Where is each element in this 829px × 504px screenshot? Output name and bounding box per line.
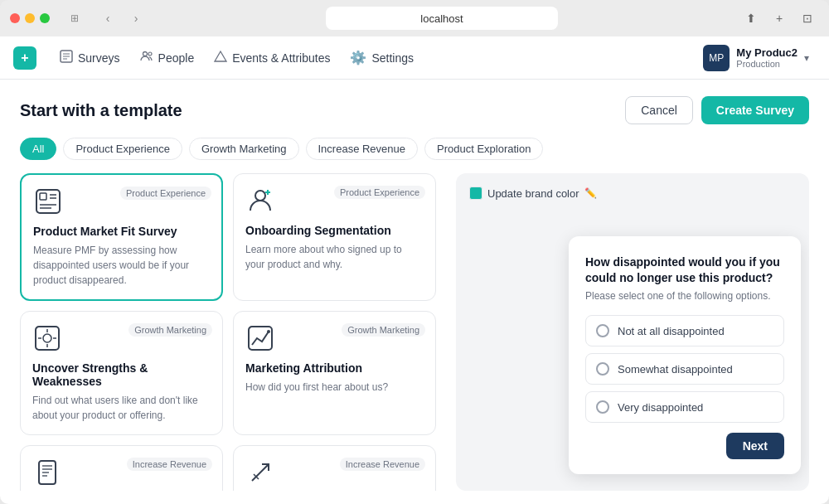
page-header: Start with a template Cancel Create Surv… xyxy=(20,96,809,124)
maximize-button[interactable] xyxy=(40,13,50,23)
option-label-not-at-all: Not at all disappointed xyxy=(618,325,725,337)
template-card-pmf[interactable]: Product Experience xyxy=(20,173,223,301)
tab-growth-marketing[interactable]: Growth Marketing xyxy=(189,138,299,160)
app-chrome: + Surveys People Events & Attributes xyxy=(0,36,829,504)
survey-subtitle: Please select one of the following optio… xyxy=(585,290,784,302)
card-icon-churn xyxy=(32,458,62,487)
chevron-down-icon: ▾ xyxy=(804,52,809,64)
settings-label: Settings xyxy=(371,51,414,65)
close-button[interactable] xyxy=(10,13,20,23)
svg-marker-6 xyxy=(215,51,226,61)
nav-item-people[interactable]: People xyxy=(130,45,205,71)
survey-option-not-at-all[interactable]: Not at all disappointed xyxy=(585,315,784,346)
survey-option-somewhat[interactable]: Somewhat disappointed xyxy=(585,353,784,385)
address-bar-wrap: localhost xyxy=(158,7,726,30)
card-icon-pmf xyxy=(33,187,63,216)
card-category-strengths: Growth Marketing xyxy=(128,323,212,337)
events-label: Events & Attributes xyxy=(232,51,330,65)
brand-color-label: Update brand color xyxy=(487,187,579,200)
nav-item-surveys[interactable]: Surveys xyxy=(50,45,130,71)
radio-somewhat xyxy=(596,362,609,376)
svg-line-29 xyxy=(252,464,269,481)
filter-tabs: All Product Experience Growth Marketing … xyxy=(20,138,809,160)
events-icon xyxy=(214,50,227,66)
create-survey-button[interactable]: Create Survey xyxy=(701,96,809,124)
card-category-churn: Increase Revenue xyxy=(127,458,212,471)
tab-increase-revenue[interactable]: Increase Revenue xyxy=(306,138,419,160)
sidebar-button[interactable]: ⊡ xyxy=(796,7,819,30)
app-nav: + Surveys People Events & Attributes xyxy=(0,36,829,80)
templates-grid: Product Experience xyxy=(20,173,436,491)
tab-product-exploration[interactable]: Product Exploration xyxy=(424,138,543,160)
card-icon-strengths xyxy=(32,323,62,353)
new-tab-button[interactable]: + xyxy=(768,7,791,30)
surveys-label: Surveys xyxy=(78,51,120,65)
next-button[interactable]: Next xyxy=(726,433,784,459)
card-category-onboarding: Product Experience xyxy=(334,186,425,199)
survey-option-very[interactable]: Very disappointed xyxy=(585,391,784,423)
card-desc-pmf: Measure PMF by assessing how disappointe… xyxy=(33,243,210,288)
card-title-pmf: Product Market Fit Survey xyxy=(33,225,210,238)
tab-all[interactable]: All xyxy=(20,138,56,160)
people-icon xyxy=(140,50,153,66)
user-info: My Produc2 Production xyxy=(736,46,797,69)
traffic-lights xyxy=(10,13,50,23)
surveys-icon xyxy=(60,50,73,66)
nav-item-settings[interactable]: ⚙️ Settings xyxy=(340,45,424,70)
cancel-button[interactable]: Cancel xyxy=(625,96,693,124)
radio-very xyxy=(596,400,609,414)
forward-button[interactable]: › xyxy=(124,7,148,30)
svg-point-4 xyxy=(143,51,147,56)
templates-panel: Product Experience xyxy=(20,173,443,491)
card-category-pmf: Product Experience xyxy=(120,187,211,200)
user-role: Production xyxy=(736,59,797,69)
edit-icon[interactable]: ✏️ xyxy=(584,187,597,199)
page-title: Start with a template xyxy=(20,101,182,120)
svg-point-5 xyxy=(148,52,152,56)
nav-logo[interactable]: + xyxy=(13,46,36,70)
card-icon-onboarding xyxy=(245,186,275,216)
template-card-trial[interactable]: Increase Revenue Missed Trial Conversion… xyxy=(233,445,436,491)
user-badge[interactable]: MP My Produc2 Production ▾ xyxy=(696,41,816,75)
card-desc-attribution: How did you first hear about us? xyxy=(245,380,424,395)
card-title-onboarding: Onboarding Segmentation xyxy=(245,224,424,237)
card-icon-attribution xyxy=(245,323,275,353)
address-bar[interactable]: localhost xyxy=(326,7,558,30)
share-button[interactable]: ⬆ xyxy=(739,7,763,30)
card-title-strengths: Uncover Strengths & Weaknesses xyxy=(32,361,211,388)
color-swatch xyxy=(469,187,482,200)
user-avatar: MP xyxy=(703,45,730,71)
template-card-strengths[interactable]: Growth Marketing xyxy=(20,311,223,435)
template-card-churn[interactable]: Increase Revenue Churn Surv xyxy=(20,445,223,491)
svg-rect-8 xyxy=(40,193,46,200)
template-card-onboarding[interactable]: Product Experience Onboarding Segmentati… xyxy=(233,173,436,301)
card-icon-trial xyxy=(245,458,275,487)
card-title-attribution: Marketing Attribution xyxy=(245,361,424,375)
tab-product-experience[interactable]: Product Experience xyxy=(63,138,182,160)
survey-preview-card: How disappointed would you if you could … xyxy=(569,236,801,474)
people-label: People xyxy=(158,51,195,65)
template-card-attribution[interactable]: Growth Marketing Marketing Attribution H… xyxy=(233,311,436,435)
preview-panel: Update brand color ✏️ How disappointed w… xyxy=(456,173,809,491)
card-category-trial: Increase Revenue xyxy=(340,458,425,471)
title-bar: ⊞ ‹ › localhost ⬆ + ⊡ xyxy=(0,0,829,36)
survey-question: How disappointed would you if you could … xyxy=(585,254,784,287)
header-actions: Cancel Create Survey xyxy=(625,96,809,124)
minimize-button[interactable] xyxy=(25,13,35,23)
card-desc-strengths: Find out what users like and don't like … xyxy=(32,393,211,423)
option-label-very: Very disappointed xyxy=(618,401,703,414)
survey-footer: Next xyxy=(585,433,784,459)
radio-not-at-all xyxy=(596,324,609,337)
nav-item-events[interactable]: Events & Attributes xyxy=(204,45,340,71)
card-desc-onboarding: Learn more about who signed up to your p… xyxy=(245,242,424,272)
svg-point-23 xyxy=(267,330,270,333)
card-category-attribution: Growth Marketing xyxy=(342,323,425,337)
url-text: localhost xyxy=(420,12,463,25)
svg-point-17 xyxy=(43,334,51,342)
svg-point-13 xyxy=(255,191,265,201)
back-button[interactable]: ‹ xyxy=(96,7,119,30)
toolbar-right: ⬆ + ⊡ xyxy=(739,7,819,30)
logo-symbol: + xyxy=(21,51,28,65)
page-content: Start with a template Cancel Create Surv… xyxy=(0,80,829,504)
main-area: Product Experience xyxy=(20,173,809,491)
